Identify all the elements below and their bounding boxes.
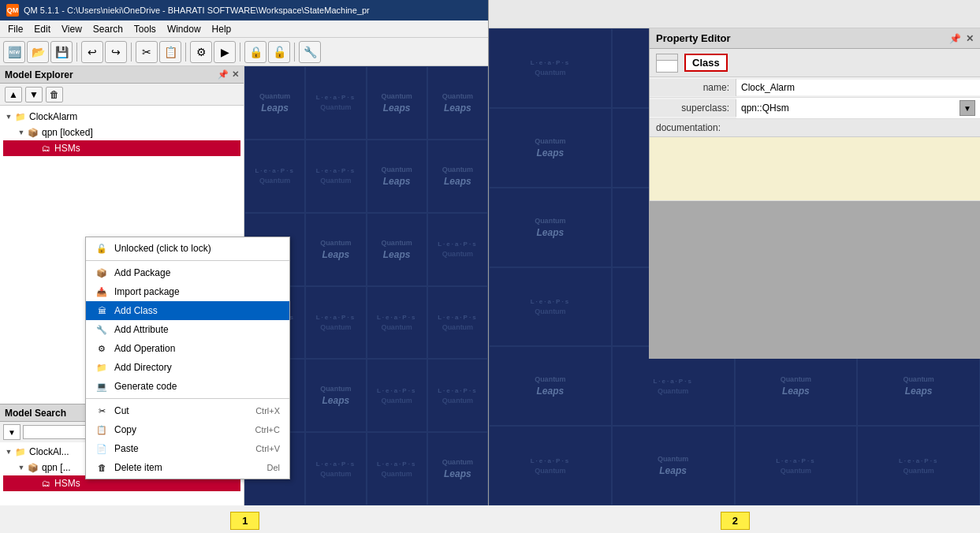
search-pkg-icon: 📦 [27, 461, 39, 474]
prop-class-header: Class [650, 49, 980, 77]
search-expand-1[interactable]: ▼ [3, 446, 14, 457]
name-input[interactable] [741, 82, 975, 93]
delete-icon: 🗑 [95, 461, 108, 474]
ctx-add-directory-label: Add Directory [114, 362, 172, 373]
quantum-cell: Quantum Leaps [489, 188, 612, 267]
import-icon: 📥 [95, 285, 108, 298]
prop-pin-btn[interactable]: 📌 [949, 33, 961, 44]
toolbar-redo-btn[interactable]: ↪ [105, 41, 127, 63]
hsms-label: HSMs [54, 143, 80, 154]
ctx-import-package[interactable]: 📥 Import package [86, 282, 289, 301]
ctx-delete-label: Delete item [114, 462, 162, 473]
quantum-cell: L·e·a·P·s Quantum [367, 359, 427, 432]
quantum-cell: Quantum Leaps [367, 66, 427, 140]
root-label: ClockAlarm [29, 111, 77, 122]
tree-delete-btn[interactable]: 🗑 [46, 87, 63, 102]
ctx-add-attribute[interactable]: 🔧 Add Attribute [86, 320, 289, 339]
prop-name-value [736, 80, 980, 95]
ctx-import-label: Import package [114, 286, 180, 297]
quantum-cell: L·e·a·P·s Quantum [427, 286, 488, 360]
panel-header-icons: 📌 ✕ [218, 69, 239, 80]
toolbar-settings-btn[interactable]: 🔧 [299, 41, 321, 63]
add-attr-icon: 🔧 [95, 323, 108, 336]
quantum-cell: L·e·a·P·s Quantum [305, 140, 366, 213]
menu-view[interactable]: View [57, 22, 87, 36]
ctx-unlock[interactable]: 🔓 Unlocked (click to lock) [86, 239, 289, 258]
menu-edit[interactable]: Edit [29, 22, 55, 36]
toolbar-cut-btn[interactable]: ✂ [136, 41, 158, 63]
cut-icon: ✂ [95, 404, 108, 417]
ctx-copy-label: Copy [114, 424, 136, 435]
qpn-expand-icon[interactable]: ▼ [16, 127, 27, 138]
gen-code-icon: 💻 [95, 380, 108, 393]
superclass-dropdown-btn[interactable]: ▼ [960, 100, 975, 116]
toolbar-build-btn[interactable]: ⚙ [190, 41, 212, 63]
menu-search[interactable]: Search [88, 22, 128, 36]
quantum-cell: Quantum Leaps [367, 213, 427, 286]
app-window: QM QM 5.1.1 - C:\Users\nieki\OneDrive - … [0, 0, 980, 533]
tree-node-hsms[interactable]: 🗂 HSMs [3, 140, 240, 156]
menu-help[interactable]: Help [207, 22, 237, 36]
search-expand-3[interactable] [28, 478, 39, 489]
toolbar-run-btn[interactable]: ▶ [214, 41, 236, 63]
toolbar-open-btn[interactable]: 📂 [27, 41, 49, 63]
close-panel-icon[interactable]: ✕ [232, 69, 239, 80]
class-icon-top [657, 54, 677, 61]
tree-up-btn[interactable]: ▲ [5, 87, 22, 102]
hsms-icon: 🗂 [39, 142, 52, 155]
quantum-cell: L·e·a·P·s Quantum [367, 286, 427, 360]
quantum-cell: Quantum Leaps [305, 359, 366, 432]
toolbar-copy-btn[interactable]: 📋 [159, 41, 181, 63]
ctx-paste[interactable]: 📄 Paste Ctrl+V [86, 439, 289, 458]
tree-node-qpn[interactable]: ▼ 📦 qpn [locked] [3, 125, 240, 140]
quantum-cell: Quantum Leaps [489, 108, 612, 188]
superclass-value-text: qpn::QHsm [741, 102, 960, 114]
search-type-dropdown[interactable]: ▼ [3, 424, 20, 440]
ctx-copy[interactable]: 📋 Copy Ctrl+C [86, 420, 289, 439]
prop-close-btn[interactable]: ✕ [966, 33, 974, 44]
tree-toolbar: ▲ ▼ 🗑 [0, 84, 244, 106]
ctx-add-package[interactable]: 📦 Add Package [86, 263, 289, 282]
ctx-cut[interactable]: ✂ Cut Ctrl+X [86, 401, 289, 420]
ctx-add-operation[interactable]: ⚙ Add Operation [86, 339, 289, 358]
tree-down-btn[interactable]: ▼ [25, 87, 43, 102]
toolbar-sep-4 [240, 43, 240, 62]
ctx-paste-label: Paste [114, 443, 139, 454]
ctx-add-directory[interactable]: 📁 Add Directory [86, 358, 289, 377]
pin-icon[interactable]: 📌 [218, 69, 229, 80]
toolbar-save-btn[interactable]: 💾 [50, 41, 73, 63]
quantum-cell: L·e·a·P·s Quantum [735, 426, 858, 505]
menu-tools[interactable]: Tools [129, 22, 161, 36]
prop-doc-area[interactable] [650, 137, 980, 200]
ctx-add-class-label: Add Class [114, 305, 158, 316]
quantum-cell: L·e·a·P·s Quantum [857, 426, 980, 505]
root-expand-icon[interactable]: ▼ [3, 111, 14, 122]
menu-file[interactable]: File [3, 22, 28, 36]
ctx-cut-label: Cut [114, 405, 129, 416]
ctx-generate-code-label: Generate code [114, 381, 177, 392]
add-package-icon: 📦 [95, 266, 108, 279]
copy-icon: 📋 [95, 423, 108, 436]
search-expand-2[interactable]: ▼ [16, 462, 27, 473]
app-name: QM 5.1.1 [24, 6, 59, 15]
ctx-add-class[interactable]: 🏛 Add Class [86, 301, 289, 320]
toolbar-undo-btn[interactable]: ↩ [81, 41, 103, 63]
ctx-delete[interactable]: 🗑 Delete item Del [86, 458, 289, 477]
prop-superclass-row: superclass: qpn::QHsm ▼ [650, 98, 980, 119]
quantum-cell: L·e·a·P·s Quantum [427, 359, 488, 432]
add-op-icon: ⚙ [95, 342, 108, 355]
menu-window[interactable]: Window [162, 22, 206, 36]
quantum-cell: L·e·a·P·s Quantum [367, 432, 427, 505]
quantum-cell: L·e·a·P·s Quantum [244, 140, 305, 213]
hsms-expand-icon[interactable] [28, 143, 39, 154]
toolbar-new-btn[interactable]: 🆕 [3, 41, 25, 63]
tree-node-root[interactable]: ▼ 📁 ClockAlarm [3, 109, 240, 125]
ctx-generate-code[interactable]: 💻 Generate code [86, 377, 289, 396]
qpn-label: qpn [locked] [42, 127, 93, 138]
toolbar-lock-btn[interactable]: 🔒 [244, 41, 266, 63]
property-editor: Property Editor 📌 ✕ Class [649, 28, 980, 359]
ctx-unlock-label: Unlocked (click to lock) [114, 243, 211, 254]
prop-name-label: name: [650, 79, 736, 96]
toolbar-unlock-btn[interactable]: 🔓 [268, 41, 290, 63]
prop-class-label: Class [684, 54, 728, 72]
